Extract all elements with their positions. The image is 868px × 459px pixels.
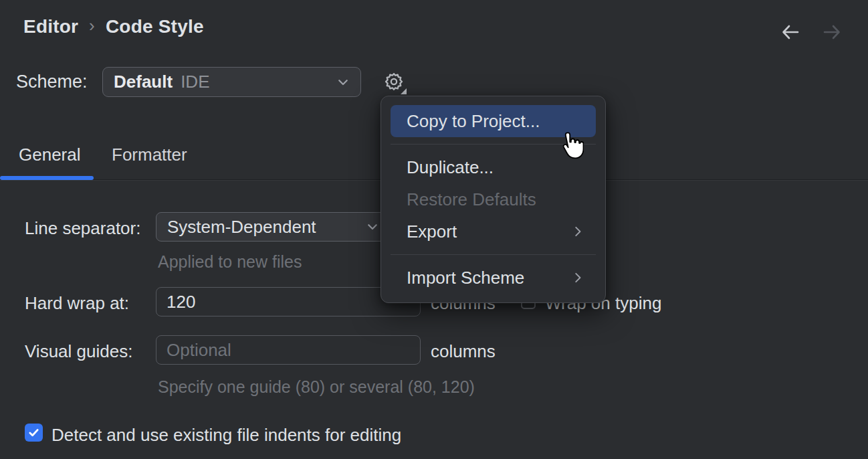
tab-formatter[interactable]: Formatter	[112, 144, 187, 165]
checkmark-icon	[27, 426, 40, 439]
breadcrumb-editor[interactable]: Editor	[23, 16, 78, 37]
scheme-actions-menu: Copy to Project... Duplicate... Restore …	[381, 96, 606, 303]
tab-general[interactable]: General	[19, 144, 81, 165]
line-separator-label: Line separator:	[25, 218, 140, 239]
arrow-left-icon	[779, 21, 802, 43]
visual-guides-unit: columns	[431, 341, 496, 362]
chevron-right-icon	[570, 270, 585, 285]
menu-separator	[391, 254, 596, 255]
arrow-right-icon	[821, 21, 843, 43]
scheme-select[interactable]: Default IDE	[102, 67, 361, 97]
breadcrumb: Editor › Code Style	[23, 16, 204, 37]
line-separator-value: System-Dependent	[167, 217, 316, 238]
chevron-down-icon	[335, 74, 351, 90]
chevron-right-icon	[570, 224, 585, 239]
scheme-actions-button[interactable]	[381, 68, 407, 95]
history-nav	[777, 19, 845, 45]
hard-wrap-label: Hard wrap at:	[25, 293, 129, 314]
visual-guides-label: Visual guides:	[25, 341, 132, 362]
line-separator-select[interactable]: System-Dependent	[156, 212, 389, 242]
cursor-pointer-icon	[556, 130, 584, 164]
menu-item-restore-defaults: Restore Defaults	[391, 183, 596, 215]
forward-button[interactable]	[819, 19, 845, 45]
page-title: Code Style	[106, 16, 204, 37]
menu-item-import-scheme[interactable]: Import Scheme	[391, 262, 596, 294]
breadcrumb-separator-icon: ›	[89, 15, 95, 36]
scheme-value-suffix: IDE	[181, 72, 209, 92]
active-tab-indicator	[0, 176, 94, 180]
back-button[interactable]	[777, 19, 804, 45]
chevron-down-icon	[364, 219, 381, 235]
visual-guides-input[interactable]	[156, 335, 421, 365]
menu-item-export[interactable]: Export	[391, 215, 596, 248]
scheme-label: Scheme:	[16, 72, 88, 92]
dropdown-corner-icon	[401, 88, 407, 94]
detect-indents-label[interactable]: Detect and use existing file indents for…	[51, 425, 401, 446]
detect-indents-checkbox[interactable]	[25, 424, 43, 442]
line-separator-hint: Applied to new files	[158, 252, 302, 272]
visual-guides-hint: Specify one guide (80) or several (80, 1…	[158, 377, 475, 397]
scheme-value: Default	[114, 72, 173, 92]
